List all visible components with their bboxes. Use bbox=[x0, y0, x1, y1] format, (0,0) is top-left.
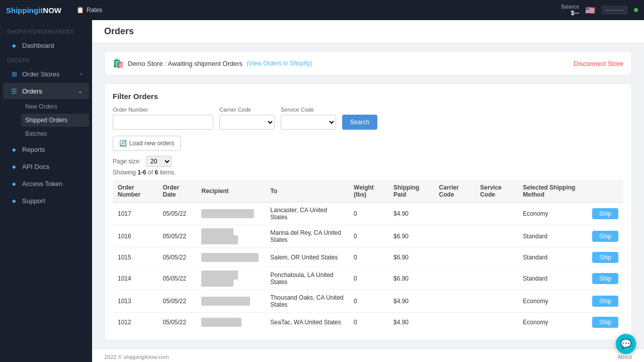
sidebar-api-docs-label: API Docs bbox=[22, 163, 49, 170]
cell-shipping-method: Economy bbox=[518, 203, 587, 225]
footer-about-link[interactable]: About bbox=[617, 354, 632, 360]
balance-label: Balance bbox=[561, 4, 579, 10]
cell-recipient: ████████ ███████ bbox=[196, 267, 265, 290]
cell-carrier-code bbox=[434, 267, 475, 290]
cell-recipient: ██████ ██████ bbox=[196, 248, 265, 267]
sidebar-item-shipped-orders[interactable]: Shipped Orders bbox=[21, 114, 89, 127]
cell-shipping-paid: $6.90 bbox=[388, 225, 434, 248]
app-body: SHOPIFY/ORDERS/INDEX ◆ Dashboard ORDERS … bbox=[0, 20, 644, 362]
col-action bbox=[587, 180, 623, 203]
sidebar-item-support[interactable]: ◆ Support bbox=[3, 193, 89, 209]
rates-tab[interactable]: 📋 Rates bbox=[71, 5, 107, 16]
sidebar-item-dashboard[interactable]: ◆ Dashboard bbox=[3, 37, 89, 53]
sidebar-item-reports[interactable]: ◆ Reports bbox=[3, 141, 89, 157]
sidebar-item-orders[interactable]: ☰ Orders ⌄ bbox=[3, 83, 89, 99]
col-order-date: Order Date bbox=[158, 180, 197, 203]
cell-action: Ship bbox=[587, 313, 623, 332]
brand-name-part1: Shippingit bbox=[6, 6, 43, 15]
cell-service-code bbox=[475, 313, 518, 332]
sidebar-item-new-orders[interactable]: New Orders bbox=[21, 100, 89, 113]
sidebar-support-label: Support bbox=[22, 197, 45, 205]
cell-to: Lancaster, CA United States bbox=[265, 203, 349, 225]
order-number-input[interactable] bbox=[113, 115, 213, 130]
cell-action: Ship bbox=[587, 203, 623, 225]
table-row: 1012 05/05/22 ████ ████ SeaTac, WA Unite… bbox=[113, 313, 623, 332]
cell-recipient: ███████ ████████ bbox=[196, 225, 265, 248]
orders-submenu: New Orders Shipped Orders Batches bbox=[0, 100, 92, 141]
table-row: 1016 05/05/22 ███████ ████████ Marina de… bbox=[113, 225, 623, 248]
carrier-code-select[interactable] bbox=[219, 115, 275, 130]
sidebar-item-api-docs[interactable]: ◆ API Docs bbox=[3, 158, 89, 174]
cell-order-date: 05/05/22 bbox=[158, 225, 197, 248]
orders-table: Order Number Order Date Recipient To Wei… bbox=[113, 180, 623, 332]
main-content-area: Orders 🛍️ Demo Store : Awaiting shipment… bbox=[92, 20, 644, 362]
cell-order-date: 05/05/22 bbox=[158, 313, 197, 332]
user-badge[interactable]: ············ bbox=[601, 6, 628, 15]
order-number-field: Order Number bbox=[113, 107, 213, 130]
table-meta: Page size: 10 20 50 100 bbox=[113, 156, 623, 167]
cell-carrier-code bbox=[434, 203, 475, 225]
cell-weight: 0 bbox=[349, 248, 388, 267]
page-size-select[interactable]: 10 20 50 100 bbox=[146, 156, 172, 167]
table-row: 1013 05/05/22 ████ ██████ Thousand Oaks,… bbox=[113, 290, 623, 313]
ship-button[interactable]: Ship bbox=[592, 208, 618, 219]
ship-button[interactable]: Ship bbox=[592, 317, 618, 328]
brand-logo[interactable]: ShippingitNOW bbox=[6, 6, 61, 15]
sidebar-reports-label: Reports bbox=[22, 146, 45, 153]
ship-button[interactable]: Ship bbox=[592, 252, 618, 263]
cell-shipping-method: Economy bbox=[518, 313, 587, 332]
ship-button[interactable]: Ship bbox=[592, 273, 618, 284]
cell-weight: 0 bbox=[349, 203, 388, 225]
footer-copyright: 2022 © shippingitnow.com bbox=[104, 354, 169, 360]
ship-button[interactable]: Ship bbox=[592, 296, 618, 307]
disconnect-store-link[interactable]: Disconnect Store bbox=[574, 60, 623, 67]
top-navbar: ShippingitNOW 📋 Rates Balance $··· 🇺🇸 ··… bbox=[0, 0, 644, 20]
search-button[interactable]: Search bbox=[342, 115, 377, 130]
sidebar-orders-label: Orders bbox=[22, 87, 42, 95]
table-row: 1017 05/05/22 ████ ███████ Lancaster, CA… bbox=[113, 203, 623, 225]
cell-recipient: ████ ████ bbox=[196, 313, 265, 332]
col-recipient: Recipient bbox=[196, 180, 265, 203]
service-code-select[interactable] bbox=[281, 115, 336, 130]
cell-to: Ponchatoula, LA United States bbox=[265, 267, 349, 290]
service-code-label: Service Code bbox=[281, 107, 336, 113]
support-icon: ◆ bbox=[10, 197, 18, 205]
ship-button[interactable]: Ship bbox=[592, 231, 618, 242]
cell-carrier-code bbox=[434, 313, 475, 332]
cell-to: Marina del Rey, CA United States bbox=[265, 225, 349, 248]
cell-service-code bbox=[475, 225, 518, 248]
table-row: 1015 05/05/22 ██████ ██████ Salem, OR Un… bbox=[113, 248, 623, 267]
store-banner: 🛍️ Demo Store : Awaiting shipment Orders… bbox=[104, 51, 632, 75]
sidebar-item-batches[interactable]: Batches bbox=[21, 127, 89, 140]
cell-carrier-code bbox=[434, 248, 475, 267]
refresh-icon: 🔄 bbox=[119, 140, 127, 147]
balance-block: Balance $··· bbox=[561, 4, 579, 17]
main-content: 🛍️ Demo Store : Awaiting shipment Orders… bbox=[92, 43, 644, 348]
cell-weight: 0 bbox=[349, 267, 388, 290]
store-icon: 🛍️ bbox=[113, 58, 124, 69]
cell-to: Salem, OR United States bbox=[265, 248, 349, 267]
showing-text: Showing 1-6 of 6 items. bbox=[113, 169, 623, 176]
sidebar-batches-label: Batches bbox=[25, 130, 47, 137]
view-orders-shopify-link[interactable]: (View Orders in Shopify) bbox=[247, 60, 312, 67]
cell-action: Ship bbox=[587, 225, 623, 248]
sidebar-item-access-token[interactable]: ◆ Access Token bbox=[3, 175, 89, 192]
cell-order-number: 1017 bbox=[113, 203, 158, 225]
showing-range: 1-6 bbox=[137, 169, 146, 176]
service-code-field: Service Code bbox=[281, 107, 336, 130]
cell-order-number: 1013 bbox=[113, 290, 158, 313]
brand-name-part2: NOW bbox=[43, 6, 61, 15]
cell-recipient: ████ ███████ bbox=[196, 203, 265, 225]
load-new-orders-button[interactable]: 🔄 Load new orders bbox=[113, 136, 181, 151]
filter-row: Order Number Carrier Code Service Code S… bbox=[113, 107, 623, 130]
cell-action: Ship bbox=[587, 290, 623, 313]
cell-shipping-method: Standard bbox=[518, 225, 587, 248]
reports-icon: ◆ bbox=[10, 145, 18, 153]
sidebar: SHOPIFY/ORDERS/INDEX ◆ Dashboard ORDERS … bbox=[0, 20, 92, 362]
chat-button[interactable]: 💬 bbox=[616, 334, 636, 354]
flag-icon[interactable]: 🇺🇸 bbox=[585, 6, 595, 15]
sidebar-item-order-stores[interactable]: ⊞ Order Stores › bbox=[3, 66, 89, 82]
col-to: To bbox=[265, 180, 349, 203]
cell-weight: 0 bbox=[349, 225, 388, 248]
access-token-icon: ◆ bbox=[10, 179, 18, 188]
